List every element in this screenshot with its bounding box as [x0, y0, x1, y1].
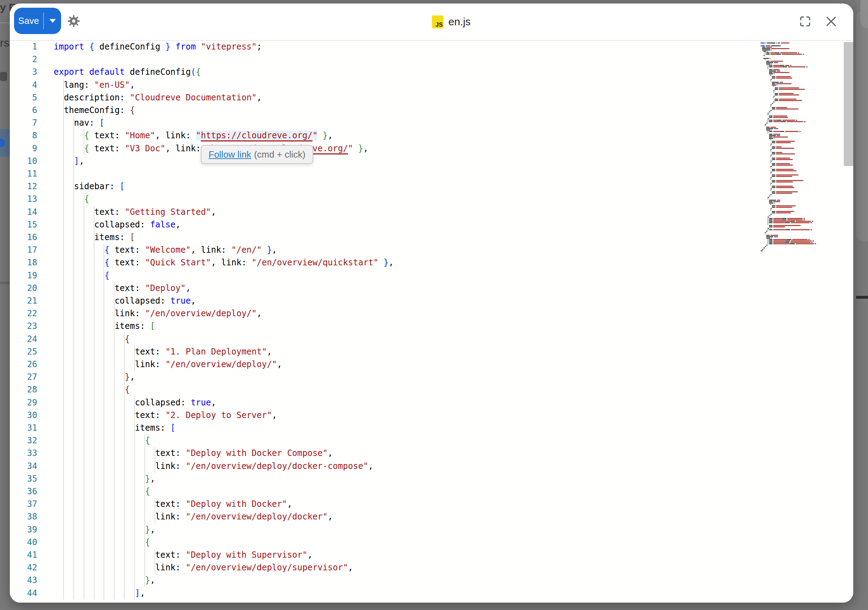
- code-line[interactable]: 30 text: "2. Deploy to Server",: [10, 409, 853, 422]
- code-line[interactable]: 34 link: "/en/overview/deploy/docker-com…: [10, 460, 853, 473]
- code-line[interactable]: 6 themeConfig: {: [10, 104, 853, 117]
- minimap-line-fragment: [773, 97, 774, 98]
- minimap-line-fragment: [787, 116, 787, 116]
- save-dropdown-button[interactable]: [44, 8, 61, 34]
- minimap-line-fragment: [776, 205, 795, 206]
- code-line[interactable]: 31 items: [: [10, 421, 853, 435]
- minimap-line-fragment: [775, 127, 776, 128]
- minimap-line-fragment: [769, 226, 772, 228]
- code-line[interactable]: 12 sidebar: [: [10, 180, 853, 193]
- code-line[interactable]: 33 text: "Deploy with Docker Compose",: [10, 447, 853, 460]
- minimap-line-fragment: [769, 218, 772, 219]
- minimap-line-fragment: [769, 116, 772, 116]
- minimap-line-fragment: [770, 204, 771, 205]
- minimap-line-fragment: [767, 231, 767, 232]
- hovered-detected-link[interactable]: "https://cloudreve.org/": [196, 130, 318, 140]
- code-line[interactable]: 23 items: [: [10, 320, 853, 333]
- code-line[interactable]: 15 collapsed: false,: [10, 218, 853, 231]
- code-line[interactable]: 13 {: [10, 193, 853, 206]
- minimap-line-fragment: [772, 83, 775, 84]
- minimap-line-fragment: [792, 186, 793, 187]
- line-number: 40: [10, 536, 37, 548]
- minimap-line-fragment: [773, 116, 787, 116]
- code-line[interactable]: 21 collapsed: true,: [10, 294, 853, 308]
- code-text: {: [54, 269, 110, 282]
- close-icon: [824, 14, 838, 28]
- minimap-line-fragment: [776, 141, 794, 142]
- close-button[interactable]: [823, 14, 839, 29]
- code-line[interactable]: 42 link: "/en/overview/deploy/supervisor…: [10, 561, 853, 574]
- minimap-line-fragment: [771, 177, 772, 178]
- code-line[interactable]: 14 text: "Getting Started",: [10, 206, 853, 219]
- code-line[interactable]: 20 text: "Deploy",: [10, 282, 853, 295]
- code-line[interactable]: 7 nav: [: [10, 116, 853, 130]
- code-line[interactable]: 22 link: "/en/overview/deploy/",: [10, 307, 853, 320]
- minimap-line-fragment: [769, 203, 773, 204]
- code-text: text: "Deploy with Docker Compose",: [54, 447, 333, 460]
- minimap-line-fragment: [794, 153, 795, 155]
- minimap-line-fragment: [772, 211, 775, 212]
- minimap-line-fragment: [790, 212, 791, 214]
- minimap-line-fragment: [790, 221, 795, 222]
- minimap-line-fragment: [774, 62, 777, 63]
- line-number: 26: [10, 358, 37, 371]
- code-line[interactable]: 18 { text: "Quick Start", link: "/en/ove…: [10, 256, 853, 269]
- code-line[interactable]: 24 {: [10, 333, 853, 346]
- code-line[interactable]: 11: [10, 167, 853, 180]
- code-line[interactable]: 29 collapsed: true,: [10, 396, 853, 409]
- code-line[interactable]: 41 text: "Deploy with Supervisor",: [10, 548, 853, 562]
- code-line[interactable]: 38 link: "/en/overview/deploy/docker",: [10, 510, 853, 523]
- code-line[interactable]: 36 {: [10, 485, 853, 498]
- code-line[interactable]: 2: [10, 53, 853, 66]
- code-line[interactable]: 1import { defineConfig } from "vitepress…: [10, 40, 853, 53]
- code-line[interactable]: 16 items: [: [10, 231, 853, 244]
- minimap-line-fragment: [767, 51, 767, 52]
- save-button[interactable]: Save: [14, 8, 43, 34]
- code-line[interactable]: 43 },: [10, 574, 853, 587]
- minimap-line-fragment: [782, 152, 782, 153]
- minimap-line-fragment: [776, 180, 803, 181]
- code-line[interactable]: 10 ],: [10, 155, 853, 168]
- minimap-line-fragment: [772, 107, 775, 108]
- code-line[interactable]: 26 link: "/en/overview/deploy/",: [10, 358, 853, 371]
- code-line[interactable]: 8 { text: "Home", link: "https://cloudre…: [10, 129, 853, 142]
- code-line[interactable]: 17 { text: "Welcome", link: "/en/" },: [10, 243, 853, 257]
- minimap-line-fragment: [779, 69, 780, 70]
- minimap-line-fragment: [794, 141, 795, 142]
- code-line[interactable]: 40 {: [10, 536, 853, 549]
- line-number: 44: [10, 587, 37, 599]
- code-line[interactable]: 3export default defineConfig({: [10, 66, 853, 79]
- code-line[interactable]: 19 {: [10, 269, 853, 282]
- fullscreen-button[interactable]: [797, 14, 813, 29]
- line-number: 2: [10, 53, 37, 66]
- code-line[interactable]: 28 {: [10, 383, 853, 396]
- code-line[interactable]: 39 },: [10, 523, 853, 536]
- minimap-line-fragment: [772, 159, 775, 160]
- minimap-line-fragment: [771, 110, 772, 111]
- minimap-line-fragment: [772, 76, 775, 77]
- code-line[interactable]: 37 text: "Deploy with Docker",: [10, 498, 853, 511]
- screen: { "backdrop": { "top_left_text": "y F", …: [0, 0, 868, 610]
- minimap-line-fragment: [769, 138, 773, 139]
- code-line[interactable]: 4 lang: "en-US",: [10, 79, 853, 91]
- minimap-line-fragment: [770, 54, 776, 55]
- follow-link-action[interactable]: Follow link: [209, 149, 251, 160]
- code-line[interactable]: 32 {: [10, 434, 853, 447]
- code-line[interactable]: 25 text: "1. Plan Deployment",: [10, 345, 853, 358]
- code-editor-area[interactable]: 1import { defineConfig } from "vitepress…: [10, 41, 853, 602]
- code-line[interactable]: 35 },: [10, 472, 853, 485]
- code-line[interactable]: 5 description: "Cloudreve Documentation"…: [10, 91, 853, 104]
- minimap-line-fragment: [771, 104, 772, 105]
- vertical-scrollbar-slider[interactable]: [844, 42, 853, 166]
- minimap-line-fragment: [772, 175, 775, 175]
- settings-button[interactable]: [66, 13, 81, 29]
- minimap-line-fragment: [769, 225, 772, 226]
- minimap[interactable]: [761, 42, 844, 257]
- minimap-line-fragment: [809, 239, 810, 240]
- minimap-line-fragment: [773, 67, 782, 67]
- code-line[interactable]: 44 ],: [10, 587, 853, 600]
- minimap-line-fragment: [776, 152, 782, 153]
- code-line[interactable]: 27 },: [10, 371, 853, 384]
- code-line[interactable]: 9 { text: "V3 Doc", link: "https://docs.…: [10, 142, 853, 155]
- minimap-line-fragment: [766, 130, 770, 130]
